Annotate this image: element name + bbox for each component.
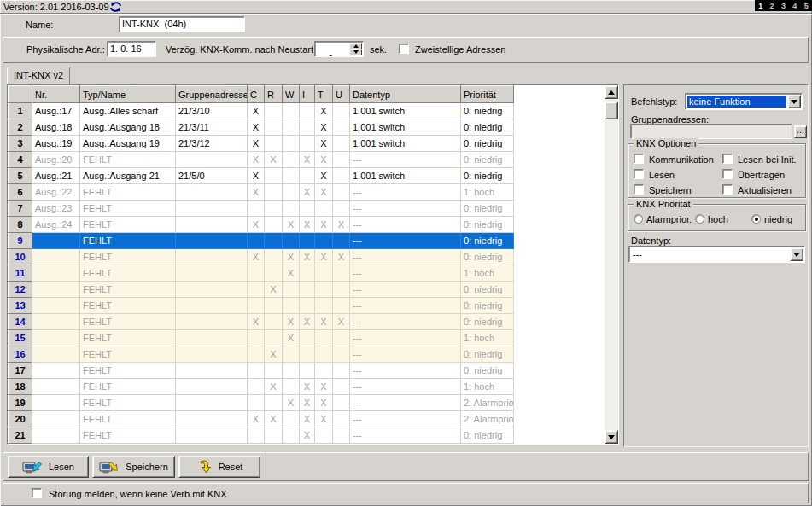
cell-flag-t[interactable]: X: [315, 411, 333, 427]
page-number[interactable]: 3: [781, 2, 786, 10]
scroll-up-icon[interactable]: [605, 85, 618, 99]
cell-datentyp[interactable]: ---: [350, 427, 461, 444]
cell-flag-i[interactable]: [300, 119, 315, 136]
cell-nr[interactable]: [32, 427, 80, 444]
cell-flag-w[interactable]: [283, 233, 300, 249]
cell-datentyp[interactable]: ---: [350, 379, 461, 395]
cell-nr[interactable]: [32, 395, 80, 411]
cell-prioritaet[interactable]: 0: niedrig: [461, 427, 514, 444]
table-row[interactable]: 21FEHLTX---0: niedrig: [9, 427, 514, 444]
column-header[interactable]: U: [333, 86, 350, 103]
cell-prioritaet[interactable]: 0: niedrig: [461, 103, 514, 119]
reset-button[interactable]: Reset: [178, 456, 260, 478]
cell-flag-w[interactable]: X: [283, 314, 300, 330]
cell-flag-i[interactable]: X: [300, 184, 315, 201]
cell-prioritaet[interactable]: 0: niedrig: [461, 298, 514, 314]
cell-gruppenadresse[interactable]: [176, 217, 248, 233]
cell-flag-t[interactable]: [315, 282, 333, 298]
spin-up-icon[interactable]: [349, 43, 362, 49]
vertical-scrollbar[interactable]: [605, 85, 618, 444]
cell-flag-t[interactable]: X: [315, 379, 333, 395]
row-number[interactable]: 1: [9, 103, 32, 119]
cell-gruppenadresse[interactable]: [176, 363, 248, 379]
cell-flag-r[interactable]: [265, 265, 283, 282]
cell-prioritaet[interactable]: 0: niedrig: [461, 119, 514, 136]
cell-flag-r[interactable]: [265, 168, 283, 184]
cell-nr[interactable]: [32, 233, 80, 249]
cell-flag-t[interactable]: [315, 363, 333, 379]
cell-flag-c[interactable]: [248, 427, 265, 444]
cell-nr[interactable]: [32, 265, 80, 282]
cell-flag-r[interactable]: [265, 136, 283, 152]
row-number[interactable]: 12: [9, 282, 32, 298]
table-row[interactable]: 3Ausg.:19Ausg.:Ausgang 1921/3/12XX1.001 …: [9, 136, 514, 152]
cell-gruppenadresse[interactable]: [176, 395, 248, 411]
cell-datentyp[interactable]: ---: [350, 217, 461, 233]
cell-prioritaet[interactable]: 1: hoch: [461, 184, 514, 201]
cell-flag-u[interactable]: [333, 379, 350, 395]
table-row[interactable]: 18FEHLTXXX---1: hoch: [9, 379, 514, 395]
cell-flag-w[interactable]: [283, 346, 300, 363]
cell-flag-u[interactable]: [333, 411, 350, 427]
cell-datentyp[interactable]: ---: [350, 363, 461, 379]
speichern-button[interactable]: Speichern: [92, 456, 175, 478]
cell-gruppenadresse[interactable]: [176, 330, 248, 346]
cell-typ-name[interactable]: Ausg.:Ausgang 18: [80, 119, 176, 136]
checkbox-uebertragen[interactable]: [722, 169, 733, 179]
cell-nr[interactable]: Ausg.:21: [32, 168, 80, 184]
cell-flag-r[interactable]: X: [265, 379, 283, 395]
cell-flag-r[interactable]: [265, 201, 283, 217]
cell-prioritaet[interactable]: 0: niedrig: [461, 217, 514, 233]
cell-flag-u[interactable]: [333, 265, 350, 282]
cell-flag-r[interactable]: [265, 298, 283, 314]
cell-flag-i[interactable]: [300, 282, 315, 298]
cell-flag-t[interactable]: X: [315, 314, 333, 330]
cell-flag-w[interactable]: [283, 184, 300, 201]
cell-datentyp[interactable]: ---: [350, 346, 461, 363]
cell-gruppenadresse[interactable]: 21/3/10: [176, 103, 248, 119]
cell-prioritaet[interactable]: 0: niedrig: [461, 136, 514, 152]
table-row[interactable]: 10FEHLTXXXXX---0: niedrig: [9, 249, 514, 265]
cell-prioritaet[interactable]: 1: hoch: [461, 379, 514, 395]
cell-datentyp[interactable]: 1.001 switch: [350, 119, 461, 136]
cell-typ-name[interactable]: FEHLT: [80, 152, 176, 168]
cell-flag-w[interactable]: X: [283, 265, 300, 282]
cell-prioritaet[interactable]: 0: niedrig: [461, 346, 514, 363]
cell-flag-c[interactable]: [248, 201, 265, 217]
cell-flag-t[interactable]: [315, 233, 333, 249]
column-header[interactable]: T: [315, 86, 333, 103]
chevron-down-icon[interactable]: [787, 95, 801, 108]
cell-flag-r[interactable]: X: [265, 346, 283, 363]
cell-datentyp[interactable]: ---: [350, 265, 461, 282]
cell-flag-i[interactable]: [300, 103, 315, 119]
cell-nr[interactable]: Ausg.:17: [32, 103, 80, 119]
row-number[interactable]: 6: [9, 184, 32, 201]
cell-flag-u[interactable]: [333, 346, 350, 363]
cell-flag-w[interactable]: [283, 363, 300, 379]
cell-typ-name[interactable]: FEHLT: [80, 363, 176, 379]
cell-flag-i[interactable]: [300, 201, 315, 217]
page-number[interactable]: 2: [770, 2, 774, 10]
cell-nr[interactable]: [32, 282, 80, 298]
cell-nr[interactable]: Ausg.:20: [32, 152, 80, 168]
cell-flag-w[interactable]: X: [283, 395, 300, 411]
cell-nr[interactable]: Ausg.:18: [32, 119, 80, 136]
cell-flag-c[interactable]: [248, 395, 265, 411]
cell-flag-i[interactable]: [300, 330, 315, 346]
cell-typ-name[interactable]: FEHLT: [80, 411, 176, 427]
cell-flag-i[interactable]: X: [300, 411, 315, 427]
cell-flag-u[interactable]: [333, 282, 350, 298]
cell-prioritaet[interactable]: 0: niedrig: [461, 233, 514, 249]
cell-prioritaet[interactable]: 2: Alarmprior: [461, 395, 514, 411]
cell-typ-name[interactable]: FEHLT: [80, 298, 176, 314]
cell-datentyp[interactable]: ---: [350, 249, 461, 265]
column-header[interactable]: Typ/Name: [80, 86, 176, 103]
cell-flag-u[interactable]: [333, 184, 350, 201]
cell-prioritaet[interactable]: 0: niedrig: [461, 249, 514, 265]
cell-flag-w[interactable]: X: [283, 249, 300, 265]
row-number[interactable]: 16: [9, 346, 32, 363]
cell-flag-u[interactable]: [333, 363, 350, 379]
datentyp-combobox[interactable]: ---: [628, 246, 805, 263]
row-number[interactable]: 7: [9, 201, 32, 217]
cell-nr[interactable]: Ausg.:24: [32, 217, 80, 233]
